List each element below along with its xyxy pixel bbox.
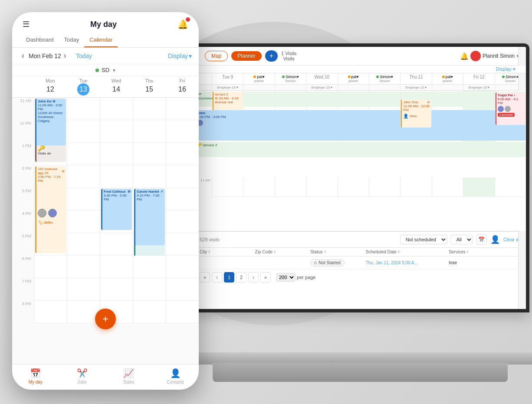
cell-mon-11am[interactable]: John Do ⊖ 11:00 AM - 2:00 PM 12345 40 St… (34, 98, 67, 120)
cell-mon-7pm[interactable] (34, 278, 67, 301)
cell-tue-1pm[interactable] (67, 143, 100, 165)
nav-today[interactable]: Today (59, 33, 85, 47)
next-date-button[interactable]: › (61, 51, 69, 60)
screen-cell-2-11am[interactable] (243, 177, 274, 197)
cell-mon-2pm[interactable]: 181 toulouse app 15 ⊖ 2:00 PM - 7:15 PM … (34, 165, 67, 188)
notification-bell[interactable]: 🔔 (177, 19, 188, 30)
scheduled-date-link[interactable]: Thu, Jan 11, 2024 5:00 A... (366, 260, 418, 265)
screen-cell-3-11am[interactable] (275, 177, 306, 197)
cell-wed-12pm[interactable] (100, 120, 133, 143)
cell-fri-3pm[interactable] (166, 188, 199, 210)
screen-event-trajet[interactable]: Trajet Pie › 9:00 AM - 4:1 PM Cancelled (496, 92, 525, 125)
phone-calendar-body[interactable]: 11 AM John Do ⊖ 11:00 AM - 2:00 PM 12345… (12, 98, 199, 364)
cell-fri-2pm[interactable] (166, 165, 199, 188)
row-services: Inse (449, 260, 504, 265)
cell-mon-8pm[interactable] (34, 301, 67, 323)
nav-dashboard[interactable]: Dashboard (21, 33, 59, 47)
cell-mon-6pm[interactable] (34, 256, 67, 278)
sd-filter-row[interactable]: SD ▾ (12, 64, 199, 76)
screen-cell-3-9am[interactable]: PP recurrence-1 (275, 91, 306, 110)
person-filter-icon[interactable]: 👤 (490, 235, 500, 244)
event-carole[interactable]: Carole Nantel ✓ 4:15 PM - 7:00 PM (134, 189, 165, 245)
cell-thu-11am[interactable] (133, 98, 166, 120)
cell-fri-7pm[interactable] (166, 278, 199, 301)
screen-cell-9-11am[interactable] (463, 177, 494, 197)
cell-tue-11am[interactable] (67, 98, 100, 120)
prev-date-button[interactable]: ‹ (19, 51, 27, 60)
cell-fri-4pm[interactable] (166, 210, 199, 233)
all-filter[interactable]: All (451, 235, 473, 244)
cell-tue-12pm[interactable] (67, 120, 100, 143)
nav-calendar[interactable]: Calendar (84, 33, 118, 47)
cell-mon-1pm[interactable]: 🔑 Visite de (34, 143, 67, 165)
today-button[interactable]: Today (76, 53, 92, 59)
screen-cell-10-11am[interactable] (495, 177, 526, 197)
screen-cell-10-9am[interactable]: Trajet Pie › 9:00 AM - 4:1 PM Cancelled (495, 91, 526, 110)
display-button[interactable]: Display ▾ (168, 53, 192, 59)
cell-tue-3pm[interactable] (67, 188, 100, 210)
display-button[interactable]: Display ▾ (496, 66, 516, 72)
date-picker-icon[interactable]: 📅 (476, 234, 487, 245)
cell-wed-2pm[interactable] (100, 165, 133, 188)
cell-thu-8pm[interactable] (133, 301, 166, 323)
cell-wed-11am[interactable] (100, 98, 133, 120)
screen-cell-7-11am[interactable] (400, 177, 431, 197)
planner-button[interactable]: Planner (231, 51, 261, 61)
screen-cell-8-11am[interactable] (432, 177, 463, 197)
cell-wed-7pm[interactable] (100, 278, 133, 301)
screen-event-service1-top[interactable]: PP recurrence-1 (195, 92, 525, 107)
cell-thu-1pm[interactable] (133, 143, 166, 165)
cell-thu-6pm[interactable] (133, 256, 166, 278)
last-page-button[interactable]: » (260, 272, 271, 282)
cell-fri-1pm[interactable] (166, 143, 199, 165)
screen-cell-1-9am[interactable]: no tact 2 ⊖ 10 AM - 3:45 Avenue nial (212, 91, 243, 110)
first-page-button[interactable]: « (200, 272, 210, 282)
screen-event-johndoe[interactable]: John Doe ⊖ 11:00 AM - 12:45 PM 👤 View (401, 99, 431, 128)
menu-icon[interactable]: ☰ (23, 20, 30, 29)
scheduled-filter[interactable]: Not scheduled (400, 235, 447, 244)
cell-thu-12pm[interactable] (133, 120, 166, 143)
event-john-doe[interactable]: John Do ⊖ 11:00 AM - 2:00 PM 12345 40 St… (35, 99, 66, 145)
add-button[interactable]: + (265, 50, 278, 62)
bottom-nav-myday[interactable]: 📅 My day (12, 368, 59, 384)
cell-fri-12pm[interactable] (166, 120, 199, 143)
bottom-nav-jobs[interactable]: ✂️ Jobs (59, 368, 106, 384)
per-page-dropdown[interactable]: 200 (276, 273, 296, 282)
event-fred[interactable]: Fred Cailloux ⊖ 3:30 PM - 5:30 PM (101, 189, 132, 230)
screen-event-service2[interactable]: 🔑 Service 2 (195, 142, 525, 157)
cell-fri-5pm[interactable] (166, 233, 199, 256)
event-toulouse[interactable]: 181 toulouse app 15 ⊖ 2:00 PM - 7:15 PM … (35, 166, 66, 253)
cell-tue-5pm[interactable] (67, 233, 100, 256)
cell-wed-6pm[interactable] (100, 256, 133, 278)
cell-tue-6pm[interactable] (67, 256, 100, 278)
add-fab-button[interactable]: + (95, 309, 116, 329)
page-2-button[interactable]: 2 (236, 272, 246, 282)
screen-cell-7-9am[interactable]: John Doe ⊖ 11:00 AM - 12:45 PM 👤 View (400, 91, 431, 110)
screen-cell-4-11am[interactable] (306, 177, 337, 197)
cell-thu-2pm[interactable] (133, 165, 166, 188)
week-col-tue: Tue 13 (67, 78, 100, 95)
cell-thu-7pm[interactable] (133, 278, 166, 301)
cell-wed-5pm[interactable] (100, 233, 133, 256)
screen-cell-5-11am[interactable] (338, 177, 369, 197)
screen-cal-grid[interactable]: 9 AM no tact 2 ⊖ 10 AM - 3:45 Avenue nia… (194, 91, 526, 231)
next-page-button[interactable]: › (248, 272, 259, 282)
map-button[interactable]: Map (205, 51, 228, 61)
prev-page-button[interactable]: ‹ (212, 272, 222, 282)
cell-wed-3pm[interactable]: Fred Cailloux ⊖ 3:30 PM - 5:30 PM (100, 188, 133, 210)
event-visite[interactable]: 🔑 Visite de (35, 144, 66, 162)
cell-fri-11am[interactable] (166, 98, 199, 120)
cell-fri-6pm[interactable] (166, 256, 199, 278)
cell-tue-4pm[interactable] (67, 210, 100, 233)
screen-event-john[interactable]: John 1:00 PM - 3:00 PM (195, 110, 525, 141)
screen-cell-6-11am[interactable] (369, 177, 400, 197)
cell-wed-1pm[interactable] (100, 143, 133, 165)
cell-tue-7pm[interactable] (67, 278, 100, 301)
cell-tue-2pm[interactable] (67, 165, 100, 188)
page-1-button[interactable]: 1 (224, 272, 234, 282)
bottom-nav-contacts[interactable]: 👤 Contacts (152, 368, 199, 384)
screen-cell-1-11am[interactable] (212, 177, 243, 197)
cell-thu-3pm[interactable]: Carole Nantel ✓ 4:15 PM - 7:00 PM (133, 188, 166, 210)
cell-fri-8pm[interactable] (166, 301, 199, 323)
bottom-nav-sales[interactable]: 📈 Sales (105, 368, 152, 384)
